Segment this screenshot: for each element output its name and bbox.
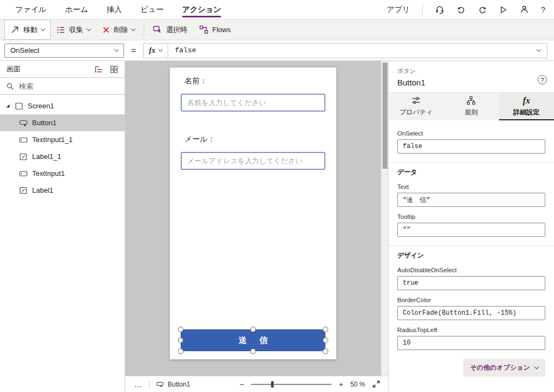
tree-item-screen1[interactable]: Screen1 [0, 97, 125, 114]
zoom-controls: − + 50 % [239, 380, 380, 389]
property-selector-dropdown[interactable]: OnSelect [4, 44, 124, 58]
resize-handle-nw[interactable] [178, 327, 183, 332]
main-menu: ファイル ホーム 挿入 ビュー アクション [15, 0, 221, 19]
email-text-input[interactable] [181, 152, 325, 170]
label-control-icon [19, 186, 28, 195]
name-text-input[interactable] [181, 94, 325, 112]
feedback-headset-icon[interactable] [435, 5, 445, 15]
resize-handle-s[interactable] [250, 348, 256, 354]
delete-x-icon [102, 26, 110, 34]
autodisable-value-input[interactable]: true [397, 276, 545, 290]
selected-control-name: Button1 [168, 381, 190, 388]
email-label[interactable]: メール： [184, 134, 216, 144]
thumbnail-grid-icon[interactable] [110, 65, 118, 74]
zoom-slider[interactable] [251, 384, 331, 385]
canvas-workspace: 名前： メール： 送 信 [125, 61, 388, 376]
formula-input[interactable]: false [168, 46, 537, 54]
help-icon[interactable]: ? [541, 5, 545, 14]
scrollbar-thumb[interactable] [383, 63, 387, 169]
flows-label: Flows [212, 26, 231, 34]
play-preview-icon[interactable] [499, 5, 508, 14]
control-type-label: ボタン [397, 67, 546, 75]
fx-icon: fx [149, 46, 156, 55]
resize-handle-e[interactable] [323, 338, 328, 343]
panel-help-icon[interactable]: ? [538, 75, 547, 84]
textinput-control-icon [19, 169, 28, 178]
tree-item-button1[interactable]: Button1 [0, 114, 125, 131]
resize-handle-n[interactable] [250, 327, 256, 332]
chevron-down-icon [534, 365, 539, 369]
collect-list-icon [57, 26, 65, 34]
tree-item-label: TextInput1_1 [32, 136, 72, 144]
tree-item-label: Screen1 [28, 102, 54, 110]
more-options-label: その他のオプション [470, 363, 530, 372]
chevron-down-icon [131, 27, 136, 31]
onselect-value-input[interactable]: false [397, 139, 545, 154]
search-icon [6, 82, 14, 90]
screens-panel-header: 画面 [0, 61, 125, 77]
search-input[interactable] [19, 82, 119, 90]
onselect-action-button[interactable]: 選択時 [147, 20, 193, 40]
tab-advanced[interactable]: fx 詳細設定 [499, 93, 554, 120]
radiustopleft-value-input[interactable]: 10 [397, 336, 545, 350]
onselect-action-label: 選択時 [166, 25, 187, 35]
tree-item-label: TextInput1 [32, 169, 65, 177]
expand-formula-chevron-icon[interactable] [537, 47, 541, 52]
text-value-input[interactable]: "送 信" [397, 193, 545, 207]
zoom-level-label: 50 % [350, 381, 365, 388]
select-cursor-icon [153, 25, 162, 34]
move-arrow-icon [10, 25, 20, 34]
tab-rules[interactable]: 規則 [444, 93, 498, 120]
bordercolor-value-input[interactable]: ColorFade(Button1.Fill, -15%) [397, 306, 545, 320]
zoom-slider-thumb[interactable] [271, 381, 274, 388]
tab-label: プロパティ [399, 108, 433, 117]
tooltip-property-label: Tooltip [397, 213, 545, 220]
tree-item-label1-1[interactable]: Label1_1 [0, 148, 125, 165]
menu-insert[interactable]: 挿入 [107, 0, 122, 19]
ribbon-divider [144, 23, 144, 36]
zoom-in-button[interactable]: + [338, 380, 343, 389]
canvas-vertical-scrollbar[interactable] [381, 61, 388, 376]
tree-item-textinput1[interactable]: TextInput1 [0, 165, 125, 182]
delete-button[interactable]: 削除 [96, 20, 141, 40]
button-control-icon [19, 119, 28, 127]
tooltip-value-input[interactable]: "" [397, 223, 545, 237]
collect-button[interactable]: 収集 [51, 20, 96, 40]
formula-input-container: fx false [143, 43, 547, 58]
control-name-label: Button1 [397, 78, 546, 87]
tab-label: 詳細設定 [513, 108, 539, 117]
menu-file[interactable]: ファイル [15, 0, 46, 19]
tab-properties[interactable]: プロパティ [389, 93, 444, 120]
tree-item-textinput1-1[interactable]: TextInput1_1 [0, 131, 125, 148]
submit-button[interactable]: 送 信 [181, 329, 325, 351]
flows-button[interactable]: Flows [193, 20, 237, 40]
move-button[interactable]: 移動 [4, 20, 51, 40]
menu-view[interactable]: ビュー [140, 0, 164, 19]
tree-view-icon[interactable] [95, 65, 103, 74]
collapse-expander-icon[interactable] [5, 103, 10, 108]
app-screen-canvas[interactable]: 名前： メール： 送 信 [170, 68, 336, 359]
menu-home[interactable]: ホーム [65, 0, 88, 19]
resize-handle-sw[interactable] [178, 348, 183, 354]
fx-dropdown[interactable]: fx [144, 44, 169, 58]
property-selector-value: OnSelect [10, 46, 39, 54]
undo-icon[interactable] [457, 5, 466, 14]
zoom-out-button[interactable]: − [239, 380, 244, 389]
account-icon[interactable] [520, 5, 529, 14]
chevron-down-icon [158, 47, 163, 52]
app-menu-button[interactable]: アプリ [387, 5, 410, 15]
more-options-button[interactable]: その他のオプション [463, 359, 545, 377]
chevron-down-icon [114, 47, 119, 52]
bordercolor-property-label: BorderColor [397, 297, 545, 303]
name-label[interactable]: 名前： [184, 76, 207, 86]
resize-handle-ne[interactable] [323, 327, 328, 332]
tree-item-label1[interactable]: Label1 [0, 182, 125, 199]
fit-to-window-icon[interactable] [372, 380, 380, 388]
redo-icon[interactable] [478, 5, 487, 14]
selected-control-indicator[interactable]: Button1 [156, 381, 190, 388]
more-commands-button[interactable]: … [134, 379, 143, 389]
resize-handle-w[interactable] [178, 338, 183, 343]
menu-action[interactable]: アクション [182, 0, 221, 19]
resize-handle-se[interactable] [323, 348, 328, 354]
tab-label: 規則 [465, 108, 478, 117]
